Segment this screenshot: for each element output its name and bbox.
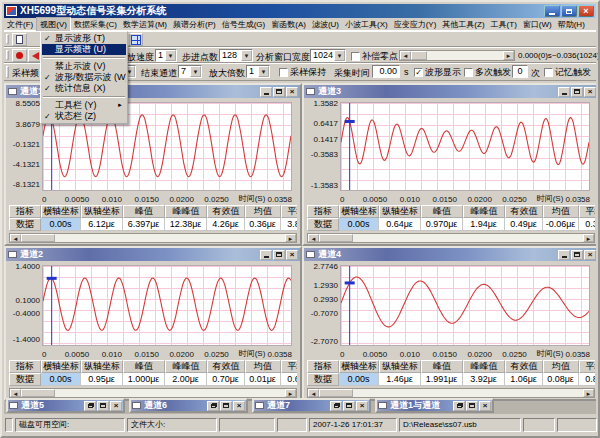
menu-item-12[interactable]: 工具(T) (488, 18, 520, 31)
restore-button[interactable] (330, 401, 342, 411)
maximize-button[interactable] (97, 401, 109, 411)
checkbox-icon[interactable] (279, 68, 288, 77)
stats-column-header[interactable]: 峰峰值 (463, 360, 505, 373)
multi-trigger-count-input[interactable]: 0 (512, 65, 528, 78)
checkbox-icon[interactable] (544, 68, 553, 77)
channel-window-3[interactable]: 通道3×1.35820.64170.1417-0.3583-1.358300.0… (302, 83, 596, 246)
chevron-down-icon[interactable]: ▼ (258, 66, 269, 77)
stats-column-header[interactable]: 均值 (543, 360, 579, 373)
tile-windows-button[interactable] (128, 33, 143, 46)
scroll-left-icon[interactable]: ◄ (400, 51, 411, 60)
stats-column-header[interactable]: 指标 (307, 205, 339, 218)
channel-close-button[interactable]: × (584, 87, 596, 97)
restore-button[interactable] (207, 401, 219, 411)
menu-item-7[interactable]: 窗函数(A) (268, 18, 309, 31)
scrollbar-thumb[interactable] (319, 389, 353, 397)
scroll-left-icon[interactable]: ◄ (308, 234, 319, 242)
stats-column-header[interactable]: 指标 (9, 360, 41, 373)
stats-column-header[interactable]: 横轴坐标 (41, 205, 81, 218)
zero-compensation-checkbox[interactable]: 补偿零点 (351, 50, 398, 63)
memory-trigger-checkbox[interactable]: 记忆触发 (544, 66, 591, 79)
stats-column-header[interactable]: 纵轴坐标 (379, 360, 421, 373)
chevron-down-icon[interactable]: ▼ (241, 50, 252, 61)
sample-hold-checkbox[interactable]: 采样保持 (279, 66, 326, 79)
checkbox-icon[interactable] (464, 68, 473, 77)
channel-close-button[interactable]: × (584, 250, 596, 260)
waveform-plot[interactable] (340, 102, 590, 191)
table-scrollbar[interactable]: ◄► (307, 233, 595, 243)
stats-column-header[interactable]: 平均值 (579, 205, 595, 218)
maximize-button[interactable] (343, 401, 355, 411)
view-menu-item[interactable]: ✓统计信息 (X) (42, 83, 126, 94)
channel-title-bar[interactable]: 通道2× (6, 248, 300, 261)
close-button[interactable]: × (356, 401, 368, 411)
stats-column-header[interactable]: 指标 (9, 205, 41, 218)
channel-title-bar[interactable]: 通道4× (304, 248, 596, 261)
end-channel-select[interactable]: 7▼ (178, 65, 202, 78)
table-scrollbar[interactable]: ◄► (307, 388, 595, 398)
view-menu-item[interactable]: ✓波形/数据示波 (W) (42, 72, 126, 83)
cursor-marker[interactable] (345, 281, 355, 284)
view-menu-item[interactable]: ✓状态栏 (Z) (42, 111, 126, 122)
menu-item-5[interactable]: 频谱分析(P) (170, 18, 219, 31)
scroll-right-icon[interactable]: ► (285, 389, 296, 397)
channel-title-bar[interactable]: 通道3× (304, 85, 596, 98)
stats-column-header[interactable]: 有效值 (505, 360, 543, 373)
row-header-button[interactable]: 数据 (307, 373, 339, 386)
channel-window-2[interactable]: 通道2×1.40000.1000-0.4000-1.400000.00500.0… (4, 246, 302, 401)
scroll-left-icon[interactable]: ◄ (10, 389, 21, 397)
stats-column-header[interactable]: 均值 (245, 205, 281, 218)
view-menu-item[interactable]: ✓显示波形 (T) (42, 33, 126, 44)
stats-column-header[interactable]: 指标 (307, 360, 339, 373)
restore-button[interactable] (561, 5, 577, 17)
stats-column-header[interactable]: 峰值 (421, 360, 463, 373)
scroll-right-icon[interactable]: ► (583, 234, 594, 242)
row-header-button[interactable]: 数据 (9, 373, 41, 386)
scrollbar-thumb[interactable] (319, 234, 353, 242)
stats-column-header[interactable]: 峰值 (421, 205, 463, 218)
stats-column-header[interactable]: 横轴坐标 (41, 360, 81, 373)
menu-item-6[interactable]: 信号生成(G) (219, 18, 269, 31)
menu-item-10[interactable]: 应变应力(Y) (391, 18, 440, 31)
menu-item-9[interactable]: 小波工具(X) (342, 18, 391, 31)
stats-column-header[interactable]: 峰峰值 (165, 205, 207, 218)
gain-select[interactable]: 1▼ (246, 65, 270, 78)
maximize-button[interactable] (466, 401, 478, 411)
close-button[interactable]: × (233, 401, 245, 411)
channel-maximize-button[interactable] (571, 87, 583, 97)
channel-close-button[interactable]: × (286, 87, 298, 97)
stats-column-header[interactable]: 平均值 (281, 205, 297, 218)
stats-column-header[interactable]: 峰峰值 (165, 360, 207, 373)
menu-item-11[interactable]: 其他工具(Z) (439, 18, 487, 31)
wave-display-checkbox[interactable]: ✓ 波形显示 (414, 66, 461, 79)
menu-item-3[interactable]: 数据采集(C) (71, 18, 120, 31)
acq-time-input[interactable]: 0.00 (372, 65, 400, 78)
channel-window-4[interactable]: 通道4×2.77461.29300.2930-0.7070-2.707000.0… (302, 246, 596, 401)
stats-column-header[interactable]: 有效值 (207, 360, 245, 373)
channel-maximize-button[interactable] (571, 250, 583, 260)
scroll-right-icon[interactable]: ► (583, 389, 594, 397)
waveform-plot[interactable] (42, 265, 292, 346)
scrollbar-thumb[interactable] (411, 51, 427, 60)
scrollbar-track[interactable] (411, 51, 503, 60)
row-header-button[interactable]: 数据 (307, 218, 339, 231)
stats-column-header[interactable]: 纵轴坐标 (379, 205, 421, 218)
channel-minimize-button[interactable] (558, 250, 570, 260)
scroll-left-icon[interactable]: ◄ (10, 234, 21, 242)
scrollbar-track[interactable] (319, 234, 583, 242)
stats-column-header[interactable]: 有效值 (207, 205, 245, 218)
table-scrollbar[interactable]: ◄► (9, 388, 297, 398)
stats-column-header[interactable]: 平均值 (579, 360, 595, 373)
multi-trigger-checkbox[interactable]: 多次触发 (464, 66, 511, 79)
channel-maximize-button[interactable] (273, 87, 285, 97)
checkbox-icon[interactable] (351, 52, 360, 61)
stats-column-header[interactable]: 横轴坐标 (339, 360, 379, 373)
menu-item-4[interactable]: 数学运算(M) (120, 18, 170, 31)
menu-item-14[interactable]: 帮助(H) (555, 18, 588, 31)
channel-minimize-button[interactable] (558, 87, 570, 97)
menu-item-2[interactable]: 视图(V) (36, 17, 71, 32)
scroll-right-icon[interactable]: ► (285, 234, 296, 242)
stats-column-header[interactable]: 纵轴坐标 (81, 360, 123, 373)
scrollbar-thumb[interactable] (21, 234, 55, 242)
maximize-button[interactable] (220, 401, 232, 411)
